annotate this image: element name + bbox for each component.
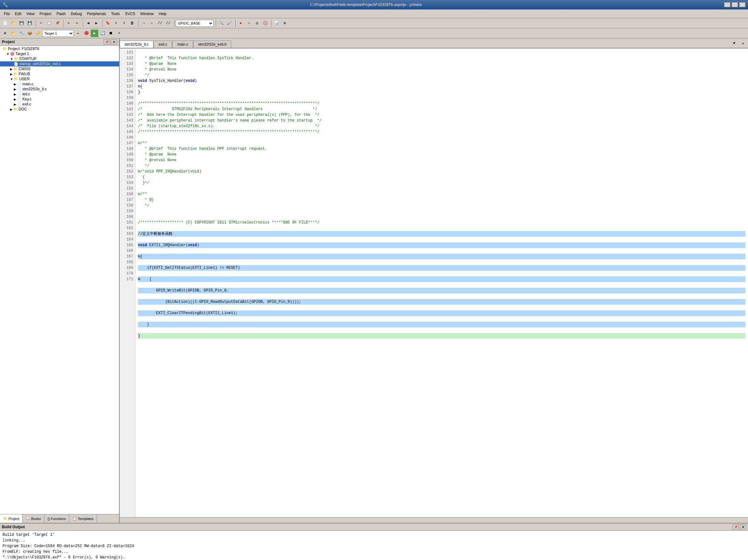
paste-btn[interactable]: 📌 [53,20,61,27]
btn4[interactable]: 📦 [26,30,33,37]
tree-key-c[interactable]: ▶ 📄 Key.c [0,97,119,102]
line-num: 158 [122,203,133,209]
startup-collapse[interactable]: ▼ [10,57,13,61]
download-btn[interactable]: ⬇ [115,30,123,37]
clear-all-bp-btn[interactable]: 🚫 [261,20,269,27]
it-c-expand[interactable]: ▶ [14,88,16,91]
cmsis-collapse[interactable]: ▶ [10,67,13,71]
menu-item-view[interactable]: View [24,11,37,17]
menu-item-edit[interactable]: Edit [12,11,24,17]
proj-tab-templates[interactable]: 📋Templates [69,514,97,523]
btn3[interactable]: 🔧 [18,30,25,37]
tree-target1[interactable]: ▼ 🎯 Target 1 [0,51,119,56]
fwlib-collapse[interactable]: ▶ [10,72,13,76]
tree-root-label: Project: F103Z8T6 [8,47,39,51]
build-btn[interactable]: ▶ [91,30,98,37]
search-file-btn[interactable]: 🔍 [217,20,225,27]
clear-bookmarks-btn[interactable]: 🗑 [128,20,136,27]
build-close-btn[interactable]: ✕ [740,525,746,530]
menu-item-peripherals[interactable]: Peripherals [85,11,109,17]
tab-exit[interactable]: exit.c [154,41,172,48]
prev-bookmark-btn[interactable]: ⬆ [112,20,120,27]
btn6[interactable]: ✏ [74,30,82,37]
tree-startup-file[interactable]: 📄 startup_stm32f10x_md.s [0,62,119,67]
undo-btn[interactable]: ↩ [65,20,72,27]
tree-cmsis-folder[interactable]: ▶ 📁 CMSIS [0,67,119,71]
cut-btn[interactable]: ✂️ [37,20,45,27]
next-bookmark-btn[interactable]: ⬇ [120,20,128,27]
nav-fwd-btn[interactable]: ▶ [93,20,100,27]
breakpoint-btn[interactable]: ● [237,20,244,27]
save-btn[interactable]: 💾 [18,20,25,27]
project-pin-btn[interactable]: 📌 [103,39,110,44]
redo-btn[interactable]: ↪ [73,20,80,27]
symbol-lookup-btn[interactable]: 🔎 [226,20,233,27]
menu-item-tools[interactable]: Tools [109,11,122,17]
tree-doc-folder[interactable]: ▶ 📁 DOC [0,107,119,112]
menu-item-svcs[interactable]: SVCS [122,11,138,17]
btn7[interactable]: 🔴 [83,30,90,37]
tab-list-btn[interactable]: ▼ [730,40,738,47]
new-file-btn[interactable]: 📄 [1,20,9,27]
tree-main-c[interactable]: ▶ 📄 main.c [0,81,119,87]
menu-item-project[interactable]: Project [37,11,54,17]
tree-led-c[interactable]: ▶ 📄 led.c [0,92,119,97]
user-collapse[interactable]: ▼ [10,77,13,81]
menu-item-file[interactable]: File [1,11,12,17]
tree-user-folder[interactable]: ▼ 📁 USER [0,76,119,81]
key-c-expand[interactable]: ▶ [14,98,16,101]
disable-bp-btn[interactable]: ○ [245,20,253,27]
menu-item-window[interactable]: Window [138,11,156,17]
stop-btn[interactable]: ⏹ [107,30,115,37]
uncomment-btn[interactable]: // [164,20,172,27]
tab-exti-h[interactable]: stm32f10x_exti.h [193,41,232,48]
save-all-btn[interactable]: 💾 [26,20,33,27]
target-options-btn[interactable]: ⚙ [1,30,9,37]
indent-btn[interactable]: → [140,20,147,27]
doc-collapse[interactable]: ▶ [10,108,13,111]
exit-c-expand[interactable]: ▶ [14,103,16,106]
copy-btn[interactable]: 📋 [45,20,53,27]
build-panel: Build Output 📌 ✕ Build target 'Target 1'… [0,523,748,560]
code-text[interactable]: * @brief This function handles SysTick H… [135,48,748,517]
symbol-combo[interactable]: GPIOC_BASE [176,20,213,27]
minimize-button[interactable]: — [724,2,730,7]
collapse-icon[interactable]: ▼ [6,52,9,56]
comment-btn[interactable]: // [156,20,164,27]
tree-fwlib-folder[interactable]: ▶ 📁 FWLIB [0,71,119,76]
tree-exit-c[interactable]: ▶ 📄 exit.c [0,102,119,107]
main-c-expand[interactable]: ▶ [14,82,16,86]
open-file-btn[interactable]: 📂 [9,20,17,27]
unindent-btn[interactable]: ← [148,20,156,27]
menu-item-help[interactable]: Help [156,11,169,17]
proj-tab-project[interactable]: 📁Project [0,514,23,523]
close-all-tabs-btn[interactable]: ✕ [739,40,747,47]
editor-scrollbar-horizontal[interactable] [120,517,748,523]
build-output-text: Build target 'Target 1' linking... Progr… [0,531,748,560]
code-editor[interactable]: 131 132 133 134 135 136 137 138 139 140 … [120,48,748,517]
btn2[interactable]: 📂 [9,30,17,37]
tab-main[interactable]: main.c [172,41,193,48]
menu-item-flash[interactable]: Flash [54,11,68,17]
bookmark-btn[interactable]: 🔖 [104,20,112,27]
project-close-btn[interactable]: ✕ [111,39,117,44]
btn5[interactable]: 🔑 [34,30,42,37]
led-c-expand[interactable]: ▶ [14,93,16,96]
target-select[interactable]: Target 1 [42,30,74,37]
menu-item-debug[interactable]: Debug [68,11,85,17]
close-button[interactable]: ✕ [739,2,746,7]
tab-stm32-it[interactable]: stm32f10x_it.c [120,41,154,48]
tree-root[interactable]: 📁 Project: F103Z8T6 [0,46,119,51]
rebuild-btn[interactable]: 🔄 [99,30,107,37]
proj-tab-books[interactable]: 📖Books [23,514,44,523]
proj-tab-functions[interactable]: {}Functions [44,514,69,523]
disable-all-bp-btn[interactable]: ◎ [253,20,261,27]
settings-btn[interactable]: ⚙ [281,20,288,27]
tree-startup-folder[interactable]: ▼ 📁 STARTUP [0,56,119,62]
tree-user-label: USER [19,77,30,81]
tree-stm32-it-c[interactable]: ▶ 📄 stm32f10x_it.c [0,87,119,92]
build-pin-btn[interactable]: 📌 [732,525,739,530]
output-window-btn[interactable]: 📊 [273,20,280,27]
nav-back-btn[interactable]: ◀ [85,20,92,27]
restore-button[interactable]: ❐ [732,2,738,7]
